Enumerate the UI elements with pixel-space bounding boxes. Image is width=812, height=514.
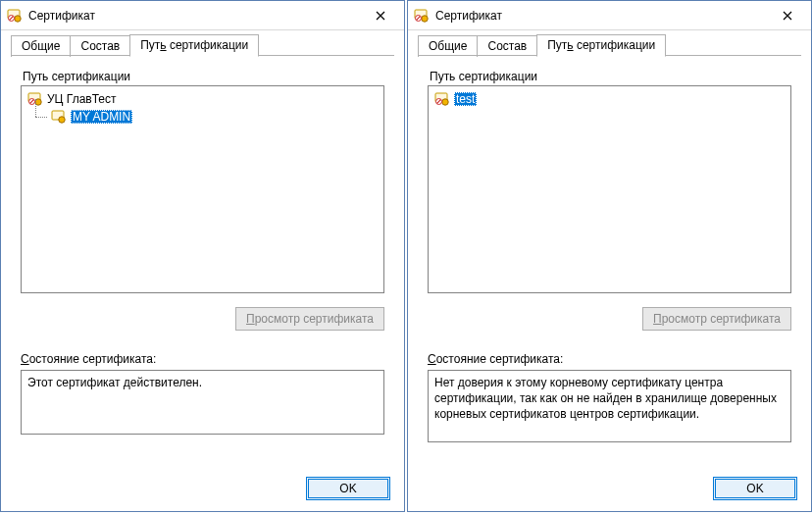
svg-point-15 xyxy=(442,99,448,105)
ok-button[interactable]: OK xyxy=(306,477,390,500)
tab-cert-path[interactable]: Путь сертификации xyxy=(536,34,666,57)
close-button[interactable] xyxy=(766,2,809,29)
tab-details[interactable]: Состав xyxy=(477,35,537,57)
tree-node-child[interactable]: MY ADMIN xyxy=(51,108,378,126)
cert-ok-icon xyxy=(51,109,67,125)
cert-status-label: Состояние сертификата: xyxy=(21,352,384,366)
close-button[interactable] xyxy=(359,2,402,29)
tree-node-root[interactable]: test xyxy=(434,90,785,108)
titlebar: Сертификат xyxy=(408,1,811,30)
cert-status-label: Состояние сертификата: xyxy=(428,352,791,366)
cert-status-text: Этот сертификат действителен. xyxy=(21,370,384,435)
certificate-icon xyxy=(7,8,23,24)
cert-status-text: Нет доверия к этому корневому сертификат… xyxy=(428,370,791,442)
titlebar: Сертификат xyxy=(1,1,404,30)
cert-path-label: Путь сертификации xyxy=(23,70,384,83)
certificate-icon xyxy=(414,8,430,24)
tab-strip: Общие Состав Путь сертификации xyxy=(408,30,811,56)
view-certificate-button[interactable]: Просмотр сертификата xyxy=(235,307,384,331)
svg-point-1 xyxy=(15,15,21,21)
tab-general[interactable]: Общие xyxy=(418,35,478,57)
certificate-dialog: Сертификат Общие Состав Путь сертификаци… xyxy=(407,0,812,512)
tree-node-root[interactable]: УЦ ГлавТест xyxy=(27,90,378,108)
ok-button[interactable]: OK xyxy=(713,477,797,500)
svg-point-9 xyxy=(59,117,65,123)
tree-node-label: УЦ ГлавТест xyxy=(47,92,117,106)
tab-content: Путь сертификации test xyxy=(408,56,811,466)
tab-general[interactable]: Общие xyxy=(11,35,71,57)
dialog-footer: OK xyxy=(408,466,811,511)
certificate-dialog: Сертификат Общие Состав Путь сертификаци… xyxy=(0,0,405,512)
tab-details[interactable]: Состав xyxy=(70,35,130,57)
tab-cert-path[interactable]: Путь сертификации xyxy=(129,34,259,57)
tree-node-label: MY ADMIN xyxy=(71,110,132,124)
dialog-footer: OK xyxy=(1,466,404,511)
tab-strip: Общие Состав Путь сертификации xyxy=(1,30,404,56)
cert-path-tree[interactable]: test xyxy=(428,85,791,293)
tree-node-label: test xyxy=(454,92,477,106)
svg-point-11 xyxy=(422,15,428,21)
window-title: Сертификат xyxy=(435,9,766,23)
cert-bad-icon xyxy=(434,91,450,107)
cert-path-label: Путь сертификации xyxy=(430,70,791,83)
window-title: Сертификат xyxy=(28,9,359,23)
view-certificate-button[interactable]: Просмотр сертификата xyxy=(642,307,791,331)
tab-content: Путь сертификации УЦ ГлавТест xyxy=(1,56,404,466)
cert-path-tree[interactable]: УЦ ГлавТест MY ADMIN xyxy=(21,85,384,293)
